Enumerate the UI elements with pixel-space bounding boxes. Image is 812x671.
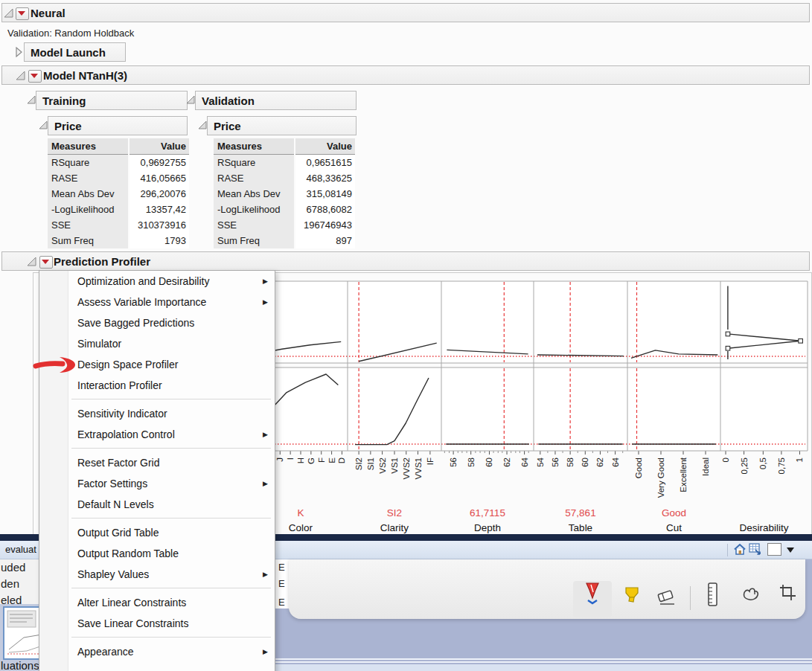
training-measures-table: MeasuresValueRSquare0,9692755RASE416,056…: [48, 138, 189, 248]
menu-separator: [39, 634, 275, 641]
outline-box-model-launch[interactable]: Model Launch: [24, 42, 126, 62]
section-title-model: Model NTanH(3): [43, 69, 127, 82]
measure-name: RSquare: [48, 155, 128, 170]
annotation-toolbar: [289, 559, 805, 619]
menu-item-save-bagged-predictions[interactable]: Save Bagged Predictions: [39, 312, 275, 333]
table-row[interactable]: Sum Freq1793: [48, 233, 189, 248]
disclosure-open-icon[interactable]: [4, 8, 14, 19]
measure-name: RASE: [48, 170, 128, 186]
submenu-arrow-icon: ▶: [263, 424, 268, 445]
outline-bar-model[interactable]: Model NTanH(3): [1, 65, 810, 85]
outline-box-price-validation[interactable]: Price: [207, 116, 357, 135]
row-state-fragment: den: [1, 577, 19, 590]
menu-item-output-grid-table[interactable]: Output Grid Table: [39, 522, 275, 543]
section-title-price: Price: [54, 120, 82, 132]
red-pen-icon[interactable]: [584, 582, 601, 605]
titlebar-separator: [727, 544, 728, 556]
red-triangle-menu-icon[interactable]: [39, 256, 53, 269]
validation-measures-table: MeasuresValueRSquare0,9651615RASE468,336…: [214, 138, 355, 248]
menu-item-extrapolation-control[interactable]: Extrapolation Control▶: [39, 424, 275, 445]
table-row[interactable]: -LogLikelihood13357,42: [48, 202, 189, 217]
menu-item-default-n-levels[interactable]: Default N Levels: [39, 494, 275, 515]
menu-items: Optimization and Desirability▶Assess Var…: [39, 271, 275, 662]
red-triangle-menu-icon[interactable]: [28, 70, 42, 83]
menu-item-label: Simulator: [77, 338, 121, 350]
column-header-value: Value: [295, 138, 355, 155]
menu-item-label: Factor Settings: [77, 478, 147, 489]
outline-bar-neural[interactable]: Neural: [1, 3, 810, 22]
row-state-fragment: eled: [1, 594, 22, 606]
menu-item-reset-factor-grid[interactable]: Reset Factor Grid: [39, 452, 275, 473]
measure-value: 196746943: [295, 217, 355, 233]
measure-value: 310373916: [130, 217, 189, 233]
menu-separator: [39, 445, 275, 452]
measure-name: RASE: [214, 170, 294, 186]
menu-item-shapley-values[interactable]: Shapley Values▶: [39, 564, 275, 585]
measure-value: 0,9651615: [295, 155, 355, 170]
outline-box-training[interactable]: Training: [36, 91, 188, 110]
home-icon[interactable]: [733, 543, 747, 556]
table-row[interactable]: Mean Abs Dev315,08149: [214, 186, 355, 202]
submenu-arrow-icon: ▶: [263, 641, 268, 662]
table-row[interactable]: SSE196746943: [214, 217, 355, 233]
menu-item-optimization-and-desirability[interactable]: Optimization and Desirability▶: [39, 271, 275, 292]
crop-icon[interactable]: [779, 583, 798, 603]
menu-item-simulator[interactable]: Simulator: [39, 333, 275, 354]
table-row[interactable]: -LogLikelihood6788,6082: [214, 202, 355, 217]
menu-item-sensitivity-indicator[interactable]: Sensitivity Indicator: [39, 403, 275, 424]
menu-item-label: Design Space Profiler: [77, 359, 178, 370]
menu-item-label: Save Linear Constraints: [77, 617, 188, 629]
menu-separator: [39, 515, 275, 522]
disclosure-closed-icon[interactable]: [13, 47, 24, 57]
submenu-arrow-icon: ▶: [263, 564, 268, 585]
menu-item-alter-linear-constraints[interactable]: Alter Linear Constraints: [39, 592, 275, 613]
menu-item-assess-variable-importance[interactable]: Assess Variable Importance▶: [39, 292, 275, 312]
measure-value: 315,08149: [295, 186, 355, 202]
submenu-arrow-icon: ▶: [263, 271, 268, 292]
red-arrow-annotation-icon: [33, 356, 86, 379]
yellow-highlighter-icon[interactable]: [623, 586, 641, 606]
menu-item-output-random-table[interactable]: Output Random Table: [39, 543, 275, 564]
measure-value: 416,05665: [130, 170, 189, 186]
menu-item-label: Alter Linear Constraints: [77, 597, 186, 609]
ruler-icon[interactable]: [706, 582, 720, 608]
disclosure-open-icon[interactable]: [27, 257, 37, 267]
outline-bar-profiler[interactable]: Prediction Profiler: [1, 251, 810, 271]
table-row[interactable]: SSE310373916: [48, 217, 189, 233]
menu-item-label: Output Random Table: [77, 548, 179, 559]
touch-writing-icon[interactable]: [741, 584, 762, 605]
table-row[interactable]: RSquare0,9651615: [214, 155, 355, 170]
red-triangle-menu-icon[interactable]: [16, 7, 29, 20]
measure-value: 296,20076: [130, 186, 189, 202]
menu-separator: [39, 585, 275, 592]
measure-name: -LogLikelihood: [214, 202, 294, 217]
cell-fragment: E: [278, 578, 285, 589]
eraser-icon[interactable]: [656, 587, 677, 606]
outline-box-validation[interactable]: Validation: [195, 91, 357, 110]
menu-item-label: Appearance: [77, 646, 134, 658]
section-title-training: Training: [42, 94, 86, 107]
table-row[interactable]: Mean Abs Dev296,20076: [48, 186, 189, 202]
column-header-measures: Measures: [48, 138, 128, 155]
table-row[interactable]: RASE468,33625: [214, 170, 355, 186]
table-row[interactable]: Sum Freq897: [214, 233, 355, 248]
measure-name: SSE: [48, 217, 128, 233]
menu-item-save-linear-constraints[interactable]: Save Linear Constraints: [39, 613, 275, 634]
disclosure-open-icon[interactable]: [16, 71, 26, 81]
table-row[interactable]: RASE416,05665: [48, 170, 189, 186]
menu-item-label: Optimization and Desirability: [77, 275, 209, 287]
measure-value: 1793: [130, 233, 189, 248]
menu-item-appearance[interactable]: Appearance▶: [39, 641, 275, 662]
section-title-profiler: Prediction Profiler: [54, 255, 150, 268]
background-table-sliver: E E E: [275, 559, 290, 609]
outline-box-price-training[interactable]: Price: [48, 116, 188, 135]
sheet-grid-icon[interactable]: [749, 543, 761, 556]
section-title-model-launch: Model Launch: [31, 46, 106, 59]
dropdown-caret-icon[interactable]: [787, 548, 794, 553]
table-row[interactable]: RSquare0,9692755: [48, 155, 189, 170]
color-swatch-white[interactable]: [767, 543, 781, 556]
measure-name: Sum Freq: [48, 233, 128, 248]
menu-item-factor-settings[interactable]: Factor Settings▶: [39, 473, 275, 494]
submenu-arrow-icon: ▶: [263, 292, 268, 312]
menu-item-label: Interaction Profiler: [77, 379, 162, 391]
